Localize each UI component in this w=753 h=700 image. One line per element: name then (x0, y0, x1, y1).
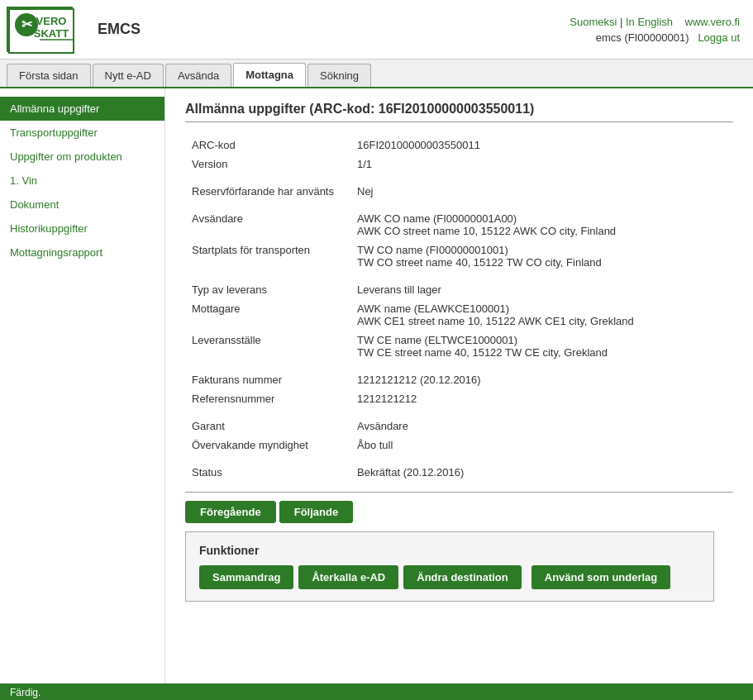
main-layout: Allmänna uppgifter Transportuppgifter Up… (0, 88, 753, 683)
lang-en-link[interactable]: In English (626, 16, 673, 28)
overvakande-value: Åbo tull (350, 436, 733, 455)
sammandrag-button[interactable]: Sammandrag (199, 565, 293, 589)
faktura-value: 1212121212 (20.12.2016) (350, 370, 733, 389)
table-row: Fakturans nummer 1212121212 (20.12.2016) (185, 370, 733, 389)
app-title: EMCS (98, 21, 141, 38)
table-row: Leveransställe TW CE name (ELTWCE1000001… (185, 331, 733, 362)
sidebar: Allmänna uppgifter Transportuppgifter Up… (0, 88, 165, 683)
logo-area: ✂ VERO SKATT EMCS (7, 7, 141, 52)
nav-buttons: Föregående Följande (185, 501, 733, 523)
mottagare-line2: AWK CE1 street name 10, 15122 AWK CE1 ci… (357, 315, 727, 327)
lang-sep: | (620, 16, 622, 28)
leveransstalle-line2: TW CE street name 40, 15122 TW CE city, … (357, 346, 727, 359)
table-row: ARC-kod 16FI20100000003550011 (185, 136, 733, 155)
functions-box: Funktioner Sammandrag Återkalla e-AD Änd… (185, 531, 714, 602)
version-value: 1/1 (350, 155, 733, 174)
header-links: Suomeksi | In English www.vero.fi emcs (… (570, 16, 740, 44)
andra-destination-button[interactable]: Ändra destination (403, 565, 522, 589)
table-row: Avsändare AWK CO name (FI00000001A00) AW… (185, 209, 733, 240)
sidebar-item-transport[interactable]: Transportuppgifter (0, 121, 164, 145)
garant-label: Garant (185, 417, 350, 436)
vero-logo: ✂ VERO SKATT (7, 7, 73, 52)
tab-nytt[interactable]: Nytt e-AD (93, 64, 164, 87)
previous-button[interactable]: Föregående (185, 501, 276, 523)
tab-sokning[interactable]: Sökning (307, 64, 371, 87)
tab-forsta[interactable]: Första sidan (7, 64, 91, 87)
table-row: Referensnummer 1212121212 (185, 389, 733, 408)
data-table: ARC-kod 16FI20100000003550011 Version 1/… (185, 136, 733, 482)
mottagare-label: Mottagare (185, 299, 350, 331)
aterkalla-button[interactable]: Återkalla e-AD (298, 565, 398, 589)
reserv-value: Nej (350, 182, 733, 201)
divider (185, 492, 733, 493)
avsandare-label: Avsändare (185, 209, 350, 240)
table-row: Typ av leverans Leverans till lager (185, 280, 733, 299)
sidebar-item-mottagningsrapport[interactable]: Mottagningsrapport (0, 240, 164, 264)
status-value: Bekräftat (20.12.2016) (350, 463, 733, 482)
overvakande-label: Övervakande myndighet (185, 436, 350, 455)
svg-text:SKATT: SKATT (34, 27, 69, 40)
header: ✂ VERO SKATT EMCS Suomeksi | In English … (0, 0, 753, 60)
sidebar-item-uppgifter[interactable]: Uppgifter om produkten (0, 145, 164, 169)
arc-kod-value: 16FI20100000003550011 (350, 136, 733, 155)
header-user: emcs (FI00000001) Logga ut (570, 31, 740, 44)
footer-text: Färdig. (10, 687, 41, 698)
avsandare-value: AWK CO name (FI00000001A00) AWK CO stree… (350, 209, 733, 240)
functions-title: Funktioner (199, 544, 700, 557)
avsandare-line2: AWK CO street name 10, 15122 AWK CO city… (357, 225, 727, 237)
startplats-label: Startplats för transporten (185, 240, 350, 272)
page-title: Allmänna uppgifter (ARC-kod: 16FI2010000… (185, 102, 733, 122)
avsandare-line1: AWK CO name (FI00000001A00) (357, 212, 727, 225)
website-link[interactable]: www.vero.fi (685, 16, 740, 28)
table-row: Mottagare AWK name (ELAWKCE100001) AWK C… (185, 299, 733, 331)
startplats-line1: TW CO name (FI00000001001) (357, 244, 727, 256)
faktura-label: Fakturans nummer (185, 370, 350, 389)
logout-link[interactable]: Logga ut (698, 31, 740, 44)
functions-buttons: Sammandrag Återkalla e-AD Ändra destinat… (199, 565, 700, 589)
leveransstalle-label: Leveransställe (185, 331, 350, 362)
lang-fi-link[interactable]: Suomeksi (570, 16, 617, 28)
leveransstalle-line1: TW CE name (ELTWCE1000001) (357, 334, 727, 346)
garant-value: Avsändare (350, 417, 733, 436)
content-area: Allmänna uppgifter (ARC-kod: 16FI2010000… (165, 88, 753, 683)
nav-bar: Första sidan Nytt e-AD Avsända Mottagna … (0, 60, 753, 88)
typ-leverans-value: Leverans till lager (350, 280, 733, 299)
sidebar-item-allmanna[interactable]: Allmänna uppgifter (0, 97, 164, 121)
table-row: Startplats för transporten TW CO name (F… (185, 240, 733, 272)
version-label: Version (185, 155, 350, 174)
svg-text:VERO: VERO (36, 15, 67, 27)
user-label: emcs (FI00000001) (596, 31, 689, 44)
next-button[interactable]: Följande (279, 501, 353, 523)
arc-kod-label: ARC-kod (185, 136, 350, 155)
mottagare-value: AWK name (ELAWKCE100001) AWK CE1 street … (350, 299, 733, 331)
mottagare-line1: AWK name (ELAWKCE100001) (357, 302, 727, 315)
table-row: Övervakande myndighet Åbo tull (185, 436, 733, 455)
table-row: Version 1/1 (185, 155, 733, 174)
footer: Färdig. (0, 683, 753, 700)
leveransstalle-value: TW CE name (ELTWCE1000001) TW CE street … (350, 331, 733, 362)
typ-leverans-label: Typ av leverans (185, 280, 350, 299)
anvand-underlag-button[interactable]: Använd som underlag (531, 565, 671, 589)
reserv-label: Reservförfarande har använts (185, 182, 350, 201)
tab-mottagna[interactable]: Mottagna (233, 63, 306, 87)
table-row: Reservförfarande har använts Nej (185, 182, 733, 201)
svg-text:✂: ✂ (21, 17, 33, 31)
startplats-line2: TW CO street name 40, 15122 TW CO city, … (357, 256, 727, 269)
referens-value: 1212121212 (350, 389, 733, 408)
status-label: Status (185, 463, 350, 482)
sidebar-item-vin[interactable]: 1. Vin (0, 169, 164, 193)
referens-label: Referensnummer (185, 389, 350, 408)
table-row: Garant Avsändare (185, 417, 733, 436)
sidebar-item-dokument[interactable]: Dokument (0, 193, 164, 217)
startplats-value: TW CO name (FI00000001001) TW CO street … (350, 240, 733, 272)
tab-avsanda[interactable]: Avsända (165, 64, 231, 87)
table-row: Status Bekräftat (20.12.2016) (185, 463, 733, 482)
sidebar-item-historik[interactable]: Historikuppgifter (0, 217, 164, 240)
